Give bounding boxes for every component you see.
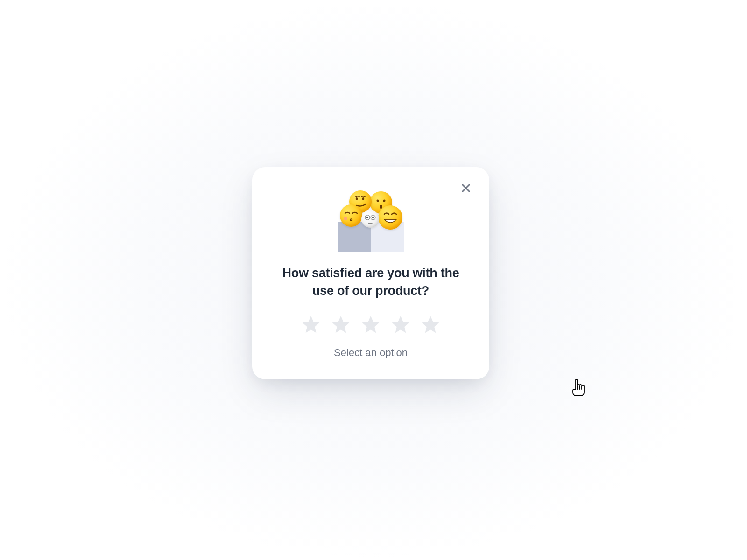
svg-point-10 [366,217,368,218]
emoji-box-illustration [337,186,405,253]
svg-point-3 [362,197,364,200]
svg-point-7 [344,217,347,220]
close-icon [460,182,472,195]
emoji-kiss-icon [340,204,362,227]
star-1[interactable] [301,314,321,335]
question-heading: How satisfied are you with the use of ou… [275,265,466,300]
star-4[interactable] [390,314,411,335]
star-rating-group [301,314,441,335]
svg-point-12 [372,217,374,218]
star-2[interactable] [331,314,351,335]
star-icon [331,329,351,336]
svg-point-5 [383,200,385,202]
star-5[interactable] [420,314,441,335]
rating-modal: How satisfied are you with the use of ou… [252,167,489,379]
pointer-cursor-icon [570,378,586,397]
star-icon [360,329,381,336]
hint-text: Select an option [334,347,408,359]
star-icon [390,329,411,336]
star-icon [301,329,321,336]
emoji-grin-icon [378,205,402,230]
svg-point-4 [376,200,379,202]
close-button[interactable] [456,178,476,199]
star-icon [420,329,441,336]
emoji-flushed-icon [361,210,379,228]
star-3[interactable] [360,314,381,335]
svg-point-2 [355,197,357,200]
